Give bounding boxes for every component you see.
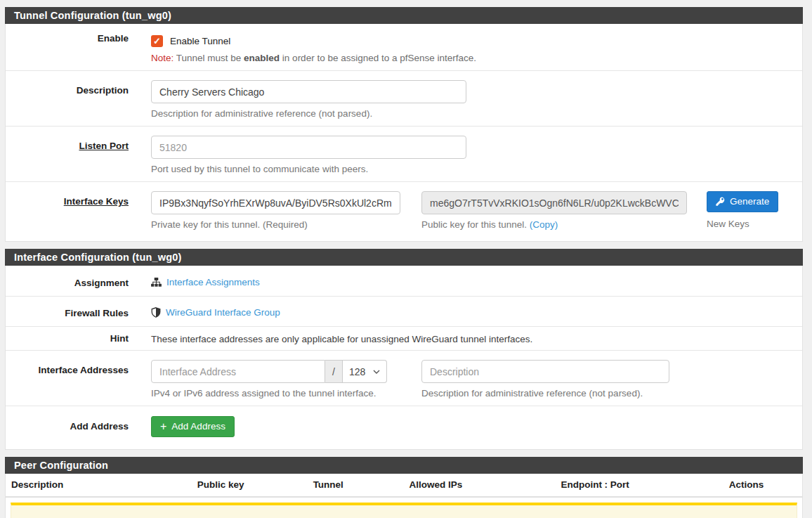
assignment-label: Assignment bbox=[6, 273, 129, 289]
new-keys-label: New Keys bbox=[707, 219, 778, 229]
description-label: Description bbox=[6, 80, 129, 119]
sitemap-icon bbox=[151, 278, 162, 287]
interface-address-help: IPv4 or IPv6 address assigned to the tun… bbox=[151, 388, 388, 399]
add-address-button[interactable]: + Add Address bbox=[151, 416, 235, 437]
interface-assignments-link[interactable]: Interface Assignments bbox=[166, 277, 260, 287]
peer-table-header: Description Public key Tunnel Allowed IP… bbox=[6, 474, 802, 498]
generate-keys-button[interactable]: Generate bbox=[707, 191, 778, 212]
wireguard-interface-group-link[interactable]: WireGuard Interface Group bbox=[166, 307, 280, 318]
wireguard-tunnel-edit-page: Tunnel Configuration (tun_wg0) Enable ✓ … bbox=[5, 7, 803, 518]
interface-configuration-title: Interface Configuration (tun_wg0) bbox=[5, 249, 803, 266]
copy-public-key-link[interactable]: (Copy) bbox=[530, 219, 558, 230]
peer-configuration-panel: Peer Configuration Description Public ke… bbox=[5, 457, 803, 518]
address-mask-separator: / bbox=[325, 360, 343, 383]
address-description-help: Description for administrative reference… bbox=[421, 388, 669, 399]
column-allowed-ips: Allowed IPs bbox=[372, 479, 499, 490]
private-key-input[interactable] bbox=[151, 191, 400, 214]
plus-icon: + bbox=[160, 422, 166, 431]
prefix-length-select[interactable]: 128 bbox=[343, 360, 387, 383]
chevron-down-icon bbox=[373, 370, 380, 374]
firewall-rules-row: Firewall Rules WireGuard Interface Group bbox=[6, 297, 802, 327]
hint-label: Hint bbox=[6, 333, 129, 344]
interface-addresses-row: Interface Addresses / 128 bbox=[6, 351, 802, 406]
column-endpoint-port: Endpoint : Port bbox=[499, 479, 690, 490]
public-key-input[interactable] bbox=[421, 191, 687, 214]
column-tunnel: Tunnel bbox=[284, 479, 372, 490]
column-description: Description bbox=[6, 479, 157, 490]
add-address-label: Add Address bbox=[6, 416, 129, 437]
listen-port-row: Listen Port Port used by this tunnel to … bbox=[6, 127, 802, 182]
hint-row: Hint These interface addresses are only … bbox=[6, 327, 802, 351]
enable-note: Note: Tunnel must be enabled in order to… bbox=[151, 53, 802, 63]
description-input[interactable] bbox=[151, 80, 466, 103]
firewall-rules-label: Firewall Rules bbox=[6, 303, 129, 320]
key-icon bbox=[716, 197, 725, 206]
peer-configuration-title: Peer Configuration bbox=[5, 457, 803, 474]
tunnel-configuration-panel: Tunnel Configuration (tun_wg0) Enable ✓ … bbox=[5, 7, 803, 242]
hint-text: These interface addresses are only appli… bbox=[151, 333, 802, 344]
assignment-row: Assignment Interface Assign bbox=[6, 266, 802, 297]
shield-icon bbox=[151, 307, 161, 318]
prefix-length-value: 128 bbox=[349, 366, 365, 377]
address-description-input[interactable] bbox=[421, 360, 669, 383]
add-address-row: Add Address + Add Address bbox=[6, 406, 802, 449]
enable-tunnel-checkbox[interactable]: ✓ bbox=[151, 35, 163, 47]
enable-label: Enable bbox=[6, 33, 129, 63]
interface-keys-label: Interface Keys bbox=[6, 191, 129, 230]
tunnel-configuration-title: Tunnel Configuration (tun_wg0) bbox=[5, 7, 803, 24]
interface-addresses-label: Interface Addresses bbox=[6, 360, 129, 399]
description-row: Description Description for administrati… bbox=[6, 71, 802, 127]
description-help: Description for administrative reference… bbox=[151, 108, 802, 119]
listen-port-input[interactable] bbox=[151, 136, 466, 159]
private-key-help: Private key for this tunnel. (Required) bbox=[151, 219, 400, 230]
enable-row: Enable ✓ Enable Tunnel Note: Tunnel must… bbox=[6, 24, 802, 71]
column-public-key: Public key bbox=[157, 479, 284, 490]
note-prefix: Note: bbox=[151, 53, 173, 63]
peers-warning-alert: New tunnels must be saved before adding … bbox=[11, 503, 797, 518]
interface-address-input[interactable] bbox=[151, 360, 325, 383]
note-after: in order to be assigned to a pfSense int… bbox=[280, 53, 476, 63]
enable-tunnel-checkbox-label: Enable Tunnel bbox=[170, 36, 230, 46]
public-key-help: Public key for this tunnel. (Copy) bbox=[421, 219, 687, 230]
column-actions: Actions bbox=[690, 479, 802, 490]
listen-port-help: Port used by this tunnel to communicate … bbox=[151, 164, 802, 174]
listen-port-label: Listen Port bbox=[6, 136, 129, 174]
note-before: Tunnel must be bbox=[173, 53, 244, 63]
interface-configuration-panel: Interface Configuration (tun_wg0) Assign… bbox=[5, 249, 803, 450]
interface-keys-row: Interface Keys Private key for this tunn… bbox=[6, 182, 802, 241]
note-bold: enabled bbox=[244, 53, 280, 63]
generate-button-label: Generate bbox=[730, 197, 769, 207]
